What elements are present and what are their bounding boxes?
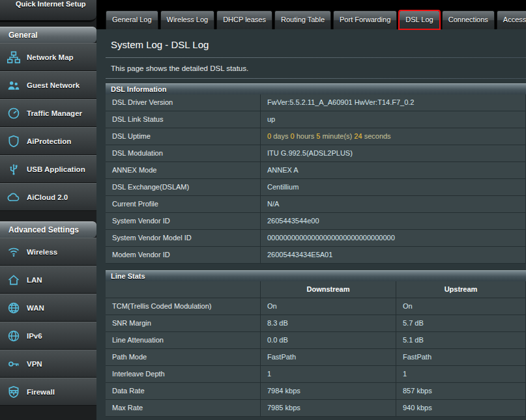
upstream-value: 5.7 dB	[396, 315, 526, 332]
upstream-value: 1	[396, 366, 526, 383]
table-row: System Vendor Model ID000000000000000000…	[106, 230, 526, 247]
sidebar-item-firewall[interactable]: Firewall	[0, 378, 96, 406]
usb-application-icon	[5, 162, 22, 176]
tab-wireless-log[interactable]: Wireless Log	[160, 10, 215, 29]
table-row: Max Rate7985 kbps940 kbps	[106, 400, 526, 417]
table-row: Modem Vendor ID26005443434E5A01	[106, 247, 526, 264]
tab-routing-table[interactable]: Routing Table	[274, 10, 331, 29]
row-label: SNR Margin	[106, 315, 261, 332]
row-label	[106, 281, 261, 298]
sidebar-item-label: Traffic Manager	[27, 109, 82, 117]
row-value: 0 days 0 hours 5 minute(s) 24 seconds	[261, 128, 526, 145]
table-row: DSL Exchange(DSLAM)Centillium	[106, 179, 526, 196]
sidebar-item-label: VPN	[27, 360, 42, 368]
sidebar-item-wan[interactable]: WAN	[0, 294, 96, 322]
downstream-value: 1	[261, 366, 396, 383]
table-row: DSL ModulationITU G.992.5(ADSL2PLUS)	[106, 145, 526, 162]
sidebar-sections: GeneralNetwork MapGuest NetworkTraffic M…	[0, 27, 96, 406]
tab-bar: General LogWireless LogDHCP leasesRoutin…	[96, 0, 526, 29]
description-divider	[106, 78, 526, 79]
upstream-value: 940 kbps	[396, 400, 526, 417]
dsl-information-header: DSL Information	[106, 83, 526, 94]
tab-access-log[interactable]: Access Log	[497, 10, 526, 29]
row-value: 2605443544e00	[261, 213, 526, 230]
column-header-downstream: Downstream	[261, 281, 396, 298]
column-header-upstream: Upstream	[396, 281, 526, 298]
sidebar-item-vpn[interactable]: VPN	[0, 350, 96, 378]
guest-network-icon	[5, 78, 22, 92]
downstream-value: 8.3 dB	[261, 315, 396, 332]
table-row: TCM(Trellis Coded Modulation)OnOn	[106, 298, 526, 315]
tab-general-log[interactable]: General Log	[106, 10, 158, 29]
row-value: ANNEX A	[261, 162, 526, 179]
downstream-value: 7984 kbps	[261, 383, 396, 400]
row-value: up	[261, 111, 526, 128]
table-header-row: DownstreamUpstream	[106, 281, 526, 298]
table-row: Current ProfileN/A	[106, 196, 526, 213]
tab-port-forwarding[interactable]: Port Forwarding	[333, 10, 397, 29]
table-row: DSL Link Statusup	[106, 111, 526, 128]
sidebar-section-header-general: General	[0, 27, 96, 43]
network-map-icon	[5, 50, 22, 64]
row-value: 00000000000000000000000000000000	[261, 230, 526, 247]
sidebar-item-label: USB Application	[27, 165, 85, 173]
tab-connections[interactable]: Connections	[442, 10, 495, 29]
lan-icon	[5, 273, 22, 287]
sidebar-item-wireless[interactable]: Wireless	[0, 238, 96, 266]
quick-internet-setup-button[interactable]: Quick Internet Setup	[0, 0, 96, 22]
aiprotection-icon	[5, 134, 22, 148]
sidebar-item-ipv6[interactable]: IPv6	[0, 322, 96, 350]
page-title: System Log - DSL Log	[106, 29, 526, 50]
row-value: ITU G.992.5(ADSL2PLUS)	[261, 145, 526, 162]
sidebar-item-guest-network[interactable]: Guest Network	[0, 71, 96, 99]
uptime-text: days	[271, 132, 290, 140]
line-stats-header: Line Stats	[106, 270, 526, 281]
sidebar-item-label: Network Map	[27, 53, 74, 61]
sidebar-section-header-advanced-settings: Advanced Settings	[0, 221, 96, 238]
downstream-value: 0.0 dB	[261, 332, 396, 349]
row-value: Centillium	[261, 179, 526, 196]
upstream-value: FastPath	[396, 349, 526, 366]
sidebar-item-label: Firewall	[27, 388, 55, 396]
row-label: Path Mode	[106, 349, 261, 366]
downstream-value: On	[261, 298, 396, 315]
row-label: Max Rate	[106, 400, 261, 417]
row-label: System Vendor Model ID	[106, 230, 261, 247]
wireless-icon	[5, 245, 22, 259]
sidebar-item-traffic-manager[interactable]: Traffic Manager	[0, 99, 96, 127]
sidebar-item-usb-application[interactable]: USB Application	[0, 155, 96, 183]
uptime-text: seconds	[362, 132, 391, 140]
row-value: 26005443434E5A01	[261, 247, 526, 264]
sidebar-item-aiprotection[interactable]: AiProtection	[0, 127, 96, 155]
table-row: Path ModeFastPathFastPath	[106, 349, 526, 366]
sidebar-item-label: LAN	[27, 276, 42, 284]
table-row: Line Attenuation0.0 dB5.1 dB	[106, 332, 526, 349]
line-stats-table: DownstreamUpstreamTCM(Trellis Coded Modu…	[106, 281, 526, 417]
content-panel: System Log - DSL Log This page shows the…	[96, 29, 526, 420]
sidebar-item-label: Wireless	[27, 248, 57, 256]
sidebar-item-label: Guest Network	[27, 81, 80, 89]
ipv6-icon	[5, 329, 22, 343]
upstream-value: 5.1 dB	[396, 332, 526, 349]
row-label: DSL Link Status	[106, 111, 261, 128]
row-label: Interleave Depth	[106, 366, 261, 383]
row-label: DSL Exchange(DSLAM)	[106, 179, 261, 196]
tab-dsl-log[interactable]: DSL Log	[399, 10, 439, 29]
sidebar-item-label: WAN	[27, 304, 44, 312]
sidebar-item-network-map[interactable]: Network Map	[0, 43, 96, 71]
sidebar-item-aicloud-2-0[interactable]: AiCloud 2.0	[0, 183, 96, 211]
row-value: N/A	[261, 196, 526, 213]
tab-dhcp-leases[interactable]: DHCP leases	[216, 10, 272, 29]
table-row: DSL Uptime0 days 0 hours 5 minute(s) 24 …	[106, 128, 526, 145]
sidebar-item-lan[interactable]: LAN	[0, 266, 96, 294]
row-label: ANNEX Mode	[106, 162, 261, 179]
main-area: General LogWireless LogDHCP leasesRoutin…	[96, 0, 526, 420]
downstream-value: FastPath	[261, 349, 396, 366]
wan-icon	[5, 301, 22, 315]
upstream-value: 857 kbps	[396, 383, 526, 400]
upstream-value: On	[396, 298, 526, 315]
table-row: SNR Margin8.3 dB5.7 dB	[106, 315, 526, 332]
row-label: DSL Driver Version	[106, 94, 261, 111]
sidebar: Quick Internet Setup GeneralNetwork MapG…	[0, 0, 96, 420]
aicloud-icon	[5, 190, 22, 204]
